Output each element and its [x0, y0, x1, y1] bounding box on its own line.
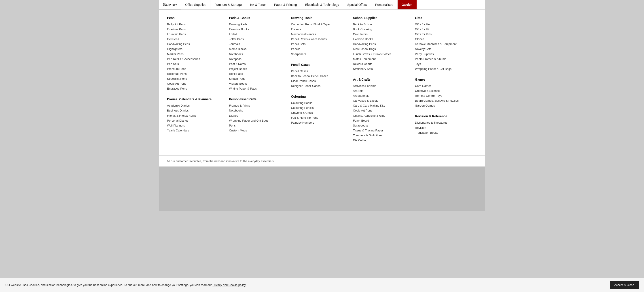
- menu-link[interactable]: Business Diaries: [167, 108, 224, 113]
- menu-link[interactable]: Clear Pencil Cases: [291, 79, 348, 84]
- menu-link[interactable]: Visitors Books: [229, 81, 286, 86]
- menu-link[interactable]: Handwriting Pens: [353, 42, 410, 47]
- menu-link[interactable]: Notepads: [229, 57, 286, 62]
- menu-link[interactable]: Reward Charts: [353, 62, 410, 67]
- menu-link[interactable]: Premium Pens: [167, 67, 224, 71]
- menu-link[interactable]: Academic Diaries: [167, 103, 224, 108]
- menu-link[interactable]: Crayons & Chalk: [291, 110, 348, 115]
- menu-link[interactable]: Diaries: [229, 113, 286, 118]
- nav-item-personalised[interactable]: Personalised: [371, 0, 398, 10]
- menu-link[interactable]: Canvases & Easels: [353, 98, 410, 103]
- menu-link[interactable]: Felt & Fibre Tip Pens: [291, 115, 348, 120]
- menu-link[interactable]: Mechanical Pencils: [291, 32, 348, 37]
- menu-link[interactable]: Back to School Pencil Cases: [291, 74, 348, 79]
- nav-item-ink-toner[interactable]: Ink & Toner: [246, 0, 270, 10]
- menu-link[interactable]: Memo Blocks: [229, 47, 286, 52]
- menu-link[interactable]: Paint by Numbers: [291, 120, 348, 125]
- nav-item-paper-printing[interactable]: Paper & Printing: [270, 0, 301, 10]
- menu-link[interactable]: Pens: [229, 123, 286, 128]
- menu-link[interactable]: Lunch Boxes & Drinks Bottles: [353, 52, 410, 57]
- menu-link[interactable]: Tissue & Tracing Paper: [353, 128, 410, 133]
- nav-item-special-offers[interactable]: Special Offers: [343, 0, 371, 10]
- menu-link[interactable]: Globes: [415, 37, 472, 42]
- menu-link[interactable]: Gifts for Him: [415, 27, 472, 32]
- menu-link[interactable]: Notebooks: [229, 52, 286, 57]
- menu-link[interactable]: Exercise Books: [353, 37, 410, 42]
- menu-link[interactable]: Dictionaries & Thesaurus: [415, 120, 472, 125]
- menu-link[interactable]: Sharpeners: [291, 52, 348, 57]
- menu-link[interactable]: Wall Planners: [167, 123, 224, 128]
- menu-link[interactable]: Ballpoint Pens: [167, 22, 224, 27]
- menu-link[interactable]: Activities For Kids: [353, 84, 410, 88]
- menu-link[interactable]: Garden Games: [415, 103, 472, 108]
- nav-item-office-supplies[interactable]: Office Supplies: [181, 0, 210, 10]
- menu-link[interactable]: Pencil Refills & Accessories: [291, 37, 348, 42]
- menu-link[interactable]: Translation Books: [415, 130, 472, 135]
- menu-link[interactable]: Colouring Pencils: [291, 105, 348, 110]
- menu-link[interactable]: Designer Pencil Cases: [291, 84, 348, 88]
- menu-link[interactable]: Highlighters: [167, 47, 224, 52]
- menu-link[interactable]: Handwriting Pens: [167, 42, 224, 47]
- menu-link[interactable]: Kids School Bags: [353, 47, 410, 52]
- menu-link[interactable]: Party Supplies: [415, 52, 472, 57]
- menu-link[interactable]: Fountain Pens: [167, 32, 224, 37]
- menu-link[interactable]: Drawing Pads: [229, 22, 286, 27]
- menu-link[interactable]: Pencil Sets: [291, 42, 348, 47]
- menu-link[interactable]: Correction Pens, Fluid & Tape: [291, 22, 348, 27]
- menu-link[interactable]: Rollerball Pens: [167, 71, 224, 76]
- menu-link[interactable]: Stationery Sets: [353, 67, 410, 71]
- menu-link[interactable]: Frames & Prints: [229, 103, 286, 108]
- menu-link[interactable]: Calculators: [353, 32, 410, 37]
- menu-link[interactable]: Journals: [229, 42, 286, 47]
- menu-link[interactable]: Book Covering: [353, 27, 410, 32]
- menu-link[interactable]: Scrapbooks: [353, 123, 410, 128]
- menu-link[interactable]: Erasers: [291, 27, 348, 32]
- menu-link[interactable]: Pencil Cases: [291, 69, 348, 74]
- menu-link[interactable]: Engraved Pens: [167, 86, 224, 91]
- menu-link[interactable]: Back to School: [353, 22, 410, 27]
- menu-link[interactable]: Colouring Books: [291, 100, 348, 105]
- menu-link[interactable]: Project Books: [229, 67, 286, 71]
- menu-link[interactable]: Board Games, Jigsaws & Puzzles: [415, 98, 472, 103]
- menu-link[interactable]: Pen Refills & Accessories: [167, 57, 224, 62]
- cookie-policy-link[interactable]: Privacy and Cookie policy: [212, 283, 246, 287]
- menu-link[interactable]: Photo Frames & Albums: [415, 57, 472, 62]
- menu-link[interactable]: Gifts for Kids: [415, 32, 472, 37]
- menu-link[interactable]: Custom Mugs: [229, 128, 286, 133]
- menu-link[interactable]: Yearly Calendars: [167, 128, 224, 133]
- menu-link[interactable]: Trimmers & Guillotines: [353, 133, 410, 138]
- nav-item-stationery[interactable]: Stationery: [159, 0, 181, 10]
- menu-link[interactable]: Art Sets: [353, 88, 410, 93]
- menu-link[interactable]: Fineliner Pens: [167, 27, 224, 32]
- menu-link[interactable]: Notebooks: [229, 108, 286, 113]
- menu-link[interactable]: Gel Pens: [167, 37, 224, 42]
- menu-link[interactable]: Foiled: [229, 32, 286, 37]
- menu-link[interactable]: Wrapping Paper and Gift Bags: [229, 118, 286, 123]
- menu-link[interactable]: Toys: [415, 62, 472, 67]
- menu-link[interactable]: Specialist Pens: [167, 76, 224, 81]
- menu-link[interactable]: Die Cutting: [353, 138, 410, 143]
- menu-link[interactable]: Maths Equipment: [353, 57, 410, 62]
- menu-link[interactable]: Revision: [415, 125, 472, 130]
- menu-link[interactable]: Sketch Pads: [229, 76, 286, 81]
- menu-link[interactable]: Exercise Books: [229, 27, 286, 32]
- menu-link[interactable]: Art Materials: [353, 93, 410, 98]
- menu-link[interactable]: Copic Art Pens: [167, 81, 224, 86]
- menu-link[interactable]: Refill Pads: [229, 71, 286, 76]
- menu-link[interactable]: Pen Sets: [167, 62, 224, 67]
- menu-link[interactable]: Jotter Pads: [229, 37, 286, 42]
- menu-link[interactable]: Personal Diaries: [167, 118, 224, 123]
- menu-link[interactable]: Cutting, Adhesive & Glue: [353, 113, 410, 118]
- menu-link[interactable]: Writing Paper & Pads: [229, 86, 286, 91]
- menu-link[interactable]: Wrapping Paper & Gift Bags: [415, 67, 472, 71]
- menu-link[interactable]: Pencils: [291, 47, 348, 52]
- menu-link[interactable]: Post It Notes: [229, 62, 286, 67]
- menu-link[interactable]: Creative & Science: [415, 88, 472, 93]
- nav-item-garden[interactable]: Garden: [398, 0, 417, 10]
- menu-link[interactable]: Card & Card Making Kits: [353, 103, 410, 108]
- nav-item-furniture-storage[interactable]: Furniture & Storage: [210, 0, 246, 10]
- menu-link[interactable]: Filofax & Filofax Refills: [167, 113, 224, 118]
- menu-link[interactable]: Marker Pens: [167, 52, 224, 57]
- cookie-accept-button[interactable]: Accept & Close: [610, 281, 639, 289]
- menu-link[interactable]: Karaoke Machines & Equipment: [415, 42, 472, 47]
